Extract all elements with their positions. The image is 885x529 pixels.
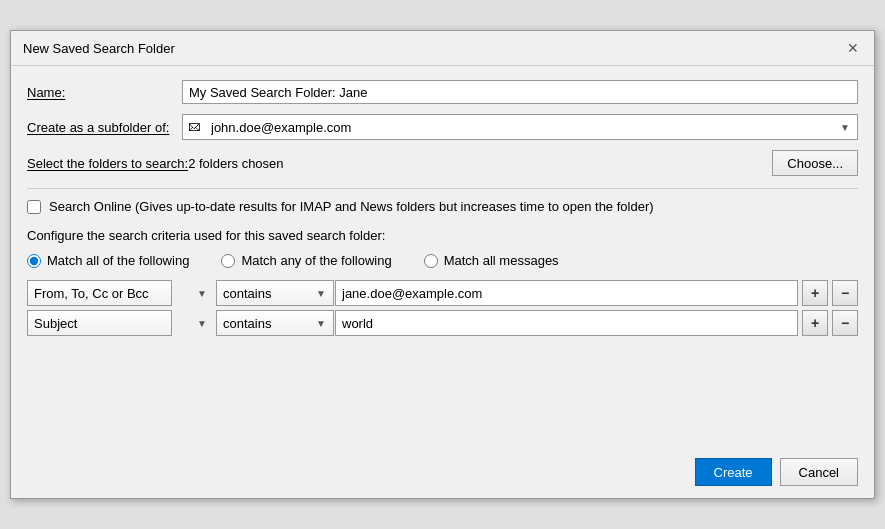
field-select-2[interactable]: From, To, Cc or Bcc From To Cc Subject B… xyxy=(27,310,172,336)
radio-messages-option[interactable]: Match all messages xyxy=(424,253,559,268)
radio-any-input[interactable] xyxy=(221,254,235,268)
criteria-row-1: From, To, Cc or Bcc From To Cc Subject B… xyxy=(27,280,858,306)
criteria-row-2: From, To, Cc or Bcc From To Cc Subject B… xyxy=(27,310,858,336)
name-row: Name: xyxy=(27,80,858,104)
folders-label: Select the folders to search: xyxy=(27,156,188,171)
divider xyxy=(27,188,858,189)
radio-all-label: Match all of the following xyxy=(47,253,189,268)
subfolder-row: Create as a subfolder of: 🖂 john.doe@exa… xyxy=(27,114,858,140)
remove-button-1[interactable]: − xyxy=(832,280,858,306)
remove-button-2[interactable]: − xyxy=(832,310,858,336)
folders-chosen-text: 2 folders chosen xyxy=(188,156,772,171)
add-button-1[interactable]: + xyxy=(802,280,828,306)
search-online-row: Search Online (Gives up-to-date results … xyxy=(27,199,858,214)
folders-row: Select the folders to search: 2 folders … xyxy=(27,150,858,176)
field-dropdown-2: From, To, Cc or Bcc From To Cc Subject B… xyxy=(27,310,212,336)
radio-all-option[interactable]: Match all of the following xyxy=(27,253,189,268)
condition-dropdown-2: contains doesn't contain is begins with … xyxy=(216,310,331,336)
value-input-2[interactable] xyxy=(335,310,798,336)
radio-messages-label: Match all messages xyxy=(444,253,559,268)
configure-text: Configure the search criteria used for t… xyxy=(27,228,858,243)
field-arrow-1: ▼ xyxy=(197,288,207,299)
subfolder-select[interactable]: john.doe@example.com xyxy=(182,114,858,140)
value-input-1[interactable] xyxy=(335,280,798,306)
add-button-2[interactable]: + xyxy=(802,310,828,336)
new-saved-search-dialog: New Saved Search Folder ✕ Name: Create a… xyxy=(10,30,875,499)
empty-area xyxy=(27,348,858,438)
title-bar: New Saved Search Folder ✕ xyxy=(11,31,874,66)
dialog-footer: Create Cancel xyxy=(11,450,874,498)
field-arrow-2: ▼ xyxy=(197,318,207,329)
field-dropdown-1: From, To, Cc or Bcc From To Cc Subject B… xyxy=(27,280,212,306)
condition-select-2[interactable]: contains doesn't contain is begins with … xyxy=(216,310,334,336)
create-button[interactable]: Create xyxy=(695,458,772,486)
subfolder-label: Create as a subfolder of: xyxy=(27,120,182,135)
search-online-checkbox[interactable] xyxy=(27,200,41,214)
radio-row: Match all of the following Match any of … xyxy=(27,253,858,268)
name-input[interactable] xyxy=(182,80,858,104)
close-button[interactable]: ✕ xyxy=(844,39,862,57)
dialog-body: Name: Create as a subfolder of: 🖂 john.d… xyxy=(11,66,874,450)
condition-select-1[interactable]: contains doesn't contain is begins with … xyxy=(216,280,334,306)
name-label: Name: xyxy=(27,85,182,100)
condition-dropdown-1: contains doesn't contain is begins with … xyxy=(216,280,331,306)
dialog-title: New Saved Search Folder xyxy=(23,41,175,56)
radio-all-input[interactable] xyxy=(27,254,41,268)
radio-any-label: Match any of the following xyxy=(241,253,391,268)
search-online-label: Search Online (Gives up-to-date results … xyxy=(49,199,654,214)
subfolder-wrapper: 🖂 john.doe@example.com ▼ xyxy=(182,114,858,140)
radio-messages-input[interactable] xyxy=(424,254,438,268)
field-select-1[interactable]: From, To, Cc or Bcc From To Cc Subject B… xyxy=(27,280,172,306)
criteria-rows: From, To, Cc or Bcc From To Cc Subject B… xyxy=(27,280,858,336)
cancel-button[interactable]: Cancel xyxy=(780,458,858,486)
choose-button[interactable]: Choose... xyxy=(772,150,858,176)
radio-any-option[interactable]: Match any of the following xyxy=(221,253,391,268)
